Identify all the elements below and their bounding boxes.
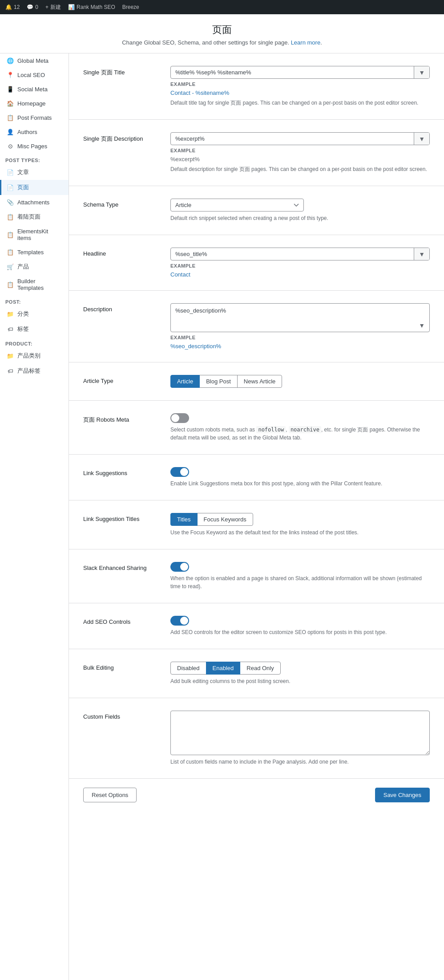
schema-type-select[interactable]: Article WebPage BlogPosting NewsArticle … xyxy=(170,199,304,211)
sidebar-item-elementskit[interactable]: 📋 ElementsKit items xyxy=(0,224,69,245)
bulk-editing-enabled-btn[interactable]: Enabled xyxy=(206,662,241,675)
link-suggestions-section: Link Suggestions Enable Link Suggestions… xyxy=(69,455,444,500)
bulk-editing-disabled-btn[interactable]: Disabled xyxy=(170,662,206,675)
sidebar-item-builder-templates[interactable]: 📋 Builder Templates xyxy=(0,274,69,295)
bulk-editing-content: Disabled Enabled Read Only Add bulk edit… xyxy=(170,662,430,685)
schema-type-section: Schema Type Article WebPage BlogPosting … xyxy=(69,186,444,235)
single-description-label: Single 页面 Description xyxy=(83,132,163,143)
sidebar-item-posts[interactable]: 📄 文章 xyxy=(0,165,69,180)
misc-pages-icon: ⊙ xyxy=(7,142,14,150)
single-description-arrow-btn[interactable]: ▼ xyxy=(414,133,429,145)
sidebar-item-local-seo[interactable]: 📍 Local SEO xyxy=(0,68,69,82)
page-header: 页面 Change Global SEO, Schema, and other … xyxy=(0,14,444,53)
link-suggestion-titles-section: Link Suggestion Titles Titles Focus Keyw… xyxy=(69,500,444,549)
robots-meta-toggle[interactable] xyxy=(170,413,189,423)
homepage-icon: 🏠 xyxy=(7,100,14,107)
sidebar-item-products[interactable]: 🛒 产品 xyxy=(0,259,69,274)
single-description-description: Default description for single 页面 pages.… xyxy=(170,165,430,173)
product-tags-icon: 🏷 xyxy=(7,367,14,374)
single-title-example-label: EXAMPLE xyxy=(170,81,430,87)
article-type-article-btn[interactable]: Article xyxy=(170,375,200,388)
categories-icon: 📁 xyxy=(7,310,14,317)
authors-icon: 👤 xyxy=(7,128,14,135)
headline-example-value: Contact xyxy=(170,271,430,278)
sidebar-item-authors[interactable]: 👤 Authors xyxy=(0,125,69,139)
learn-more-link[interactable]: Learn more xyxy=(291,39,320,46)
schema-type-content: Article WebPage BlogPosting NewsArticle … xyxy=(170,199,430,222)
page-description: Change Global SEO, Schema, and other set… xyxy=(0,39,444,46)
single-title-content: ▼ EXAMPLE Contact - %sitename% Default t… xyxy=(170,66,430,107)
builder-templates-icon: 📋 xyxy=(7,281,14,288)
slack-sharing-label: Slack Enhanced Sharing xyxy=(83,562,163,571)
seo-controls-toggle-container xyxy=(170,616,430,626)
tags-icon: 🏷 xyxy=(7,325,14,333)
sidebar-item-homepage[interactable]: 🏠 Homepage xyxy=(0,96,69,110)
bulk-editing-description: Add bulk editing columns to the post lis… xyxy=(170,677,430,685)
sidebar-item-templates[interactable]: 📋 Templates xyxy=(0,245,69,259)
admin-bar-comments[interactable]: 💬 0 xyxy=(27,4,38,10)
bulk-editing-readonly-btn[interactable]: Read Only xyxy=(240,662,280,675)
link-suggestions-toggle-container xyxy=(170,467,430,477)
link-suggestion-titles-content: Titles Focus Keywords Use the Focus Keyw… xyxy=(170,513,430,537)
custom-fields-textarea[interactable] xyxy=(170,711,430,755)
sidebar-item-global-meta[interactable]: 🌐 Global Meta xyxy=(0,53,69,68)
link-suggestions-content: Enable Link Suggestions meta box for thi… xyxy=(170,467,430,488)
reset-options-button[interactable]: Reset Options xyxy=(83,788,137,802)
sidebar-item-tags[interactable]: 🏷 标签 xyxy=(0,321,69,337)
seo-controls-section: Add SEO Controls Add SEO controls for th… xyxy=(69,603,444,649)
headline-input-wrapper: ▼ xyxy=(170,248,430,260)
bulk-editing-section: Bulk Editing Disabled Enabled Read Only … xyxy=(69,649,444,698)
admin-bar-new[interactable]: + 新建 xyxy=(45,4,61,11)
pages-icon: 📄 xyxy=(7,184,14,191)
single-description-input[interactable] xyxy=(171,133,414,145)
slack-sharing-toggle[interactable] xyxy=(170,562,189,572)
headline-section: Headline ▼ EXAMPLE Contact xyxy=(69,235,444,291)
link-focus-keywords-btn[interactable]: Focus Keywords xyxy=(197,513,253,526)
link-suggestions-description: Enable Link Suggestions meta box for thi… xyxy=(170,480,430,488)
schema-type-label: Schema Type xyxy=(83,199,163,208)
single-title-arrow-btn[interactable]: ▼ xyxy=(414,66,429,78)
local-seo-icon: 📍 xyxy=(7,71,14,78)
sidebar-item-product-categories[interactable]: 📁 产品类别 xyxy=(0,348,69,363)
seo-controls-label: Add SEO Controls xyxy=(83,616,163,625)
save-changes-button[interactable]: Save Changes xyxy=(375,788,430,802)
custom-fields-description: List of custom fields name to include in… xyxy=(170,758,430,766)
sidebar-item-misc-pages[interactable]: ⊙ Misc Pages xyxy=(0,139,69,153)
robots-meta-description: Select custom robots meta, such as nofol… xyxy=(170,426,430,442)
headline-label: Headline xyxy=(83,248,163,257)
article-type-blog-btn[interactable]: Blog Post xyxy=(199,375,238,388)
headline-input[interactable] xyxy=(171,248,414,260)
single-title-input[interactable] xyxy=(171,66,414,78)
sidebar-item-attachments[interactable]: 📎 Attachments xyxy=(0,195,69,209)
elementskit-icon: 📋 xyxy=(7,231,14,238)
slack-sharing-toggle-container xyxy=(170,562,430,572)
sidebar-item-product-tags[interactable]: 🏷 产品标签 xyxy=(0,363,69,378)
seo-controls-toggle[interactable] xyxy=(170,616,189,626)
description-arrow-btn[interactable]: ▼ xyxy=(416,321,428,330)
admin-bar-notifications[interactable]: 🔔 12 xyxy=(5,4,20,10)
attachments-icon: 📎 xyxy=(7,199,14,206)
headline-arrow-btn[interactable]: ▼ xyxy=(414,248,429,260)
admin-bar-rankmath[interactable]: 📊 Rank Math SEO xyxy=(68,4,115,10)
link-suggestions-toggle[interactable] xyxy=(170,467,189,477)
article-type-news-btn[interactable]: News Article xyxy=(237,375,283,388)
sidebar-item-landing-pages[interactable]: 📋 着陆页面 xyxy=(0,209,69,224)
sidebar-item-categories[interactable]: 📁 分类 xyxy=(0,306,69,321)
sidebar-item-social-meta[interactable]: 📱 Social Meta xyxy=(0,82,69,96)
single-title-description: Default title tag for single 页面 pages. T… xyxy=(170,99,430,107)
slack-sharing-content: When the option is enabled and a page is… xyxy=(170,562,430,590)
comment-icon: 💬 xyxy=(27,4,33,10)
sidebar-item-post-formats[interactable]: 📋 Post Formats xyxy=(0,110,69,125)
link-suggestion-titles-description: Use the Focus Keyword as the default tex… xyxy=(170,529,430,537)
post-label: Post: xyxy=(0,295,69,306)
plus-icon: + xyxy=(45,4,48,10)
page-footer: Reset Options Save Changes xyxy=(69,778,444,811)
single-title-example-value: Contact - %sitename% xyxy=(170,89,430,96)
sidebar-item-pages[interactable]: 📄 页面 xyxy=(0,180,69,195)
description-textarea[interactable]: %seo_description% xyxy=(171,304,429,330)
admin-bar-breeze[interactable]: Breeze xyxy=(122,4,139,10)
article-type-content: Article Blog Post News Article xyxy=(170,375,430,388)
slack-sharing-section: Slack Enhanced Sharing When the option i… xyxy=(69,549,444,603)
bell-icon: 🔔 xyxy=(5,4,12,10)
link-titles-btn[interactable]: Titles xyxy=(170,513,198,526)
